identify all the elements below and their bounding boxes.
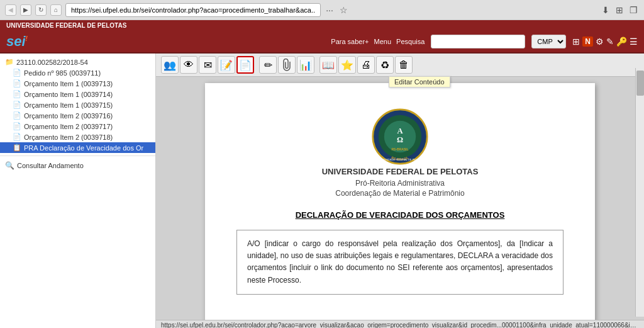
- edit-doc-button[interactable]: 📝: [218, 56, 235, 74]
- key-icon[interactable]: 🔑: [616, 37, 627, 47]
- doc-dept2: Coordenação de Material e Patrimônio: [236, 189, 564, 198]
- doc-institution: UNIVERSIDADE FEDERAL DE PELOTAS: [236, 167, 564, 176]
- eye-button[interactable]: 👁: [180, 56, 197, 74]
- menu-icon[interactable]: ☰: [630, 37, 638, 47]
- sidebar-item-label: Orçamento Item 2 (0039717): [24, 123, 113, 130]
- recycle-button[interactable]: ♻: [376, 56, 394, 74]
- sidebar-item-label: 23110.002582/2018-54: [16, 59, 88, 66]
- declaration-title: DECLARAÇÃO DE VERACIDADE DOS ORÇAMENTOS: [236, 210, 564, 220]
- envelope-button[interactable]: ✉: [199, 56, 216, 74]
- doc-header: A Ω RS-BRASIL RS-BRASIL UNIVERSIDADE FED…: [236, 108, 564, 198]
- user-icon[interactable]: N: [582, 37, 593, 47]
- main-layout: 📁 23110.002582/2018-54 📄 Pedido nº 985 (…: [0, 54, 644, 328]
- sidebar-item-label: Pedido nº 985 (0039711): [24, 69, 101, 77]
- chart-button[interactable]: 📊: [297, 56, 314, 74]
- sidebar-item-label: Orçamento Item 1 (0039715): [24, 101, 113, 109]
- consult-label: Consultar Andamento: [17, 162, 84, 169]
- doc-dept1: Pró-Reitoria Administrativa: [236, 179, 564, 188]
- more-icon[interactable]: ···: [325, 4, 335, 16]
- pdf-icon: 📄: [13, 122, 21, 130]
- content-area: 👥 👁 ✉ 📝 📄 ✏ 📊 📖 ⭐ 🖨 ♻ 🗑 Editar Conteúdo: [156, 54, 644, 328]
- grid-icon[interactable]: ⊞: [572, 37, 580, 47]
- app-header: sei! Para saber+ Menu Pesquisa CMP ⊞ N ⚙…: [0, 31, 644, 54]
- unit-select[interactable]: CMP: [531, 35, 566, 48]
- sidebar-item-label: Orçamento Item 2 (0039718): [24, 133, 113, 141]
- pesquisa-link[interactable]: Pesquisa: [396, 38, 425, 45]
- para-saber-link[interactable]: Para saber+: [331, 38, 369, 45]
- sidebar-divider: [0, 156, 155, 156]
- paperclip-icon: [281, 59, 292, 71]
- home-button[interactable]: ⌂: [50, 4, 62, 16]
- pdf-icon: 📄: [13, 133, 21, 141]
- sidebar-item-orc2-18[interactable]: 📄 Orçamento Item 2 (0039718): [0, 132, 155, 142]
- sidebar-item-pedido[interactable]: 📄 Pedido nº 985 (0039711): [0, 67, 155, 78]
- print-button[interactable]: 🖨: [357, 56, 375, 74]
- download-icon[interactable]: ⬇: [601, 4, 611, 16]
- toolbar: 👥 👁 ✉ 📝 📄 ✏ 📊 📖 ⭐ 🖨 ♻ 🗑 Editar Conteúdo: [156, 54, 644, 77]
- sidebar-item-label: Orçamento Item 1 (0039713): [24, 80, 113, 88]
- book-button[interactable]: 📖: [319, 56, 337, 74]
- ufpel-logo: A Ω RS-BRASIL RS-BRASIL UNIVERSIDADE FED…: [372, 108, 428, 165]
- sidebar-item-label: Orçamento Item 2 (0039716): [24, 112, 113, 120]
- status-bar: https://sei.ufpel.edu.br/sei/controlador…: [156, 320, 644, 328]
- pdf-icon: 📄: [13, 111, 21, 120]
- pencil-button[interactable]: ✏: [259, 56, 277, 74]
- svg-text:A: A: [397, 127, 402, 135]
- header-links: Para saber+ Menu Pesquisa: [331, 38, 425, 45]
- doc-icon: 📋: [13, 144, 21, 152]
- sidebar: 📁 23110.002582/2018-54 📄 Pedido nº 985 (…: [0, 54, 156, 328]
- declaration-text: A/O [indicar o cargo do responsável pela…: [247, 239, 553, 285]
- pdf-icon: 📄: [13, 101, 21, 109]
- browser-nav: ◀ ▶ ↻ ⌂ ··· ☆ ⬇ ⊞ ❐: [0, 0, 644, 20]
- doc-page: A Ω RS-BRASIL RS-BRASIL UNIVERSIDADE FED…: [205, 83, 595, 320]
- institution-name: UNIVERSIDADE FEDERAL DE PELOTAS: [6, 22, 126, 29]
- address-bar[interactable]: [65, 3, 321, 17]
- sidebar-item-orc1-14[interactable]: 📄 Orçamento Item 1 (0039714): [0, 89, 155, 99]
- clip-button[interactable]: [278, 56, 296, 74]
- folder-icon: 📁: [5, 58, 14, 66]
- edit-content-button[interactable]: 📄: [236, 56, 254, 74]
- trash-button[interactable]: 🗑: [395, 56, 413, 74]
- window-icon[interactable]: ❐: [628, 4, 639, 16]
- svg-text:Ω: Ω: [397, 135, 403, 144]
- sei-logo: sei!: [6, 33, 28, 50]
- sidebar-item-label: Orçamento Item 1 (0039714): [24, 91, 113, 98]
- header-action-icons: ⊞ N ⚙ ✎ 🔑 ☰: [572, 37, 638, 47]
- gear-icon[interactable]: ⚙: [596, 37, 604, 47]
- institution-banner: UNIVERSIDADE FEDERAL DE PELOTAS: [0, 20, 644, 31]
- sidebar-item-orc2-16[interactable]: 📄 Orçamento Item 2 (0039716): [0, 110, 155, 121]
- refresh-button[interactable]: ↻: [35, 4, 47, 16]
- svg-text:RS-BRASIL: RS-BRASIL: [392, 148, 409, 151]
- search-icon: 🔍: [5, 161, 14, 170]
- edit-tooltip: Editar Conteúdo: [389, 76, 450, 88]
- back-button[interactable]: ◀: [5, 4, 16, 16]
- declaration-body: A/O [indicar o cargo do responsável pela…: [236, 230, 564, 295]
- menu-link[interactable]: Menu: [374, 38, 392, 45]
- sidebar-item-orc1-13[interactable]: 📄 Orçamento Item 1 (0039713): [0, 78, 155, 89]
- consult-andamento[interactable]: 🔍 Consultar Andamento: [0, 159, 155, 172]
- pdf-icon: 📄: [13, 69, 21, 77]
- sidebar-item-proc[interactable]: 📁 23110.002582/2018-54: [0, 57, 155, 67]
- sidebar-item-orc2-17[interactable]: 📄 Orçamento Item 2 (0039717): [0, 121, 155, 132]
- bookmark-icon[interactable]: ☆: [338, 4, 349, 16]
- pdf-icon: 📄: [13, 90, 21, 98]
- sidebar-item-label: PRA Declaração de Veracidade dos Or: [24, 144, 143, 152]
- header-right: Para saber+ Menu Pesquisa CMP ⊞ N ⚙ ✎ 🔑 …: [331, 35, 638, 48]
- extensions-icon[interactable]: ⊞: [614, 4, 625, 16]
- status-text: https://sei.ufpel.edu.br/sei/controlador…: [161, 322, 644, 328]
- pdf-icon: 📄: [13, 79, 21, 88]
- edit-icon[interactable]: ✎: [606, 37, 614, 47]
- sidebar-item-orc1-15[interactable]: 📄 Orçamento Item 1 (0039715): [0, 99, 155, 110]
- sidebar-item-pra[interactable]: 📋 PRA Declaração de Veracidade dos Or: [0, 142, 155, 153]
- people-button[interactable]: 👥: [161, 56, 179, 74]
- doc-viewer: A Ω RS-BRASIL RS-BRASIL UNIVERSIDADE FED…: [156, 77, 644, 320]
- header-search-input[interactable]: [431, 35, 525, 48]
- svg-text:UNIVERSIDADE FEDERAL DE PELOTA: UNIVERSIDADE FEDERAL DE PELOTAS: [376, 158, 424, 161]
- forward-button[interactable]: ▶: [20, 4, 31, 16]
- scrollbar-right[interactable]: [635, 77, 644, 317]
- scroll-thumb: [636, 77, 644, 96]
- star-button[interactable]: ⭐: [338, 56, 356, 74]
